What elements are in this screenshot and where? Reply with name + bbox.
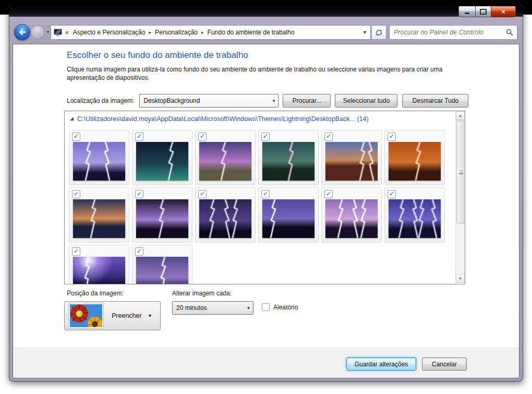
minimize-button[interactable] xyxy=(458,6,476,17)
page-description: Clique numa imagem para utilizá-la como … xyxy=(67,65,466,82)
minimize-icon xyxy=(465,13,469,14)
wallpaper-thumbnail xyxy=(136,257,188,284)
tile-checkbox[interactable]: ✓ xyxy=(135,133,143,141)
breadcrumb-item-fundo[interactable]: Fundo do ambiente de trabalho xyxy=(207,29,296,36)
close-icon: × xyxy=(501,8,505,15)
gallery-tile[interactable]: ✓ xyxy=(258,187,319,243)
cancel-button[interactable]: Cancelar xyxy=(422,357,467,371)
wallpaper-listbox: C:\Utilizadores\david.moya\AppData\Local… xyxy=(64,111,465,284)
gallery-tile[interactable]: ✓ xyxy=(384,130,445,185)
back-arrow-icon xyxy=(18,28,26,36)
image-location-label: Localização da imagem: xyxy=(67,97,134,104)
wallpaper-thumbnail xyxy=(73,142,125,181)
recent-pages-chevron-icon[interactable]: ▼ xyxy=(46,30,50,34)
chevron-down-icon: ▼ xyxy=(148,313,160,318)
image-location-combobox[interactable]: DesktopBackground ▼ xyxy=(139,94,279,108)
search-icon[interactable] xyxy=(506,29,513,36)
change-interval-label: Alterar imagem cada: xyxy=(172,290,232,297)
tile-checkbox[interactable]: ✓ xyxy=(72,133,80,141)
chevron-down-icon: ▼ xyxy=(269,99,278,103)
tile-checkbox[interactable]: ✓ xyxy=(72,247,80,256)
scroll-down-button[interactable]: ▼ xyxy=(456,274,465,283)
personalization-icon xyxy=(54,29,62,37)
tile-checkbox[interactable]: ✓ xyxy=(388,190,396,198)
close-button[interactable]: × xyxy=(491,6,516,17)
tile-checkbox[interactable]: ✓ xyxy=(198,133,207,141)
gallery-tile[interactable]: ✓ xyxy=(384,187,445,243)
wallpaper-thumbnail xyxy=(136,142,188,181)
clear-all-button[interactable]: Desmarcar Tudo xyxy=(402,94,468,108)
change-interval-combobox[interactable]: 20 minutos ▼ xyxy=(172,301,253,315)
wallpaper-thumbnail xyxy=(389,142,441,181)
gallery-tile[interactable]: ✓ xyxy=(195,187,256,243)
maximize-button[interactable] xyxy=(476,6,491,17)
forward-button[interactable]: → xyxy=(30,25,45,40)
breadcrumb-overflow[interactable]: « xyxy=(65,29,69,36)
picture-position-combobox[interactable]: Preencher ▼ xyxy=(64,301,161,330)
refresh-button[interactable] xyxy=(372,25,386,40)
gallery-scrollbar[interactable]: ▲ ▼ xyxy=(455,111,465,283)
select-all-button[interactable]: Seleccionar tudo xyxy=(335,94,397,108)
tile-checkbox[interactable]: ✓ xyxy=(135,247,143,256)
tile-checkbox[interactable]: ✓ xyxy=(324,190,333,198)
chevron-down-icon: ▼ xyxy=(244,306,253,311)
scrollbar-grip-icon xyxy=(459,171,463,173)
tile-checkbox[interactable]: ✓ xyxy=(261,190,270,198)
gallery-tile[interactable]: ✓ xyxy=(195,130,256,185)
breadcrumb-item-aspecto[interactable]: Aspecto e Personalização xyxy=(72,29,147,36)
forward-arrow-icon: → xyxy=(34,29,41,37)
tile-checkbox[interactable]: ✓ xyxy=(388,133,396,141)
page-content: Escolher o seu fundo do ambiente de trab… xyxy=(13,44,519,348)
gallery-tile[interactable]: ✓ xyxy=(321,187,382,243)
tile-checkbox[interactable]: ✓ xyxy=(198,190,207,198)
image-location-row: Localização da imagem: DesktopBackground… xyxy=(67,94,468,108)
refresh-icon xyxy=(375,29,383,37)
maximize-icon xyxy=(480,9,487,15)
tile-checkbox[interactable]: ✓ xyxy=(261,133,270,141)
breadcrumb-separator-icon: ▸ xyxy=(199,30,207,35)
gallery-tile[interactable]: ✓ xyxy=(69,187,129,243)
picture-position-label: Posição da imagem: xyxy=(67,290,124,297)
image-location-value: DesktopBackground xyxy=(140,97,269,104)
gallery-tile[interactable]: ✓ xyxy=(258,130,319,185)
browse-button[interactable]: Procurar... xyxy=(283,94,331,108)
position-preview-thumbnail xyxy=(69,303,103,328)
wallpaper-thumbnail xyxy=(325,142,378,181)
search-input[interactable] xyxy=(390,29,506,36)
dialog-footer: Guardar alterações Cancelar xyxy=(13,348,519,378)
breadcrumb-separator-icon: ▸ xyxy=(146,30,154,35)
control-panel-window: × → ▼ « Aspecto e Person xyxy=(9,4,523,381)
gallery-tile[interactable]: ✓ xyxy=(132,130,192,185)
gallery-tile[interactable]: ✓ xyxy=(69,130,129,185)
wallpaper-thumbnail xyxy=(73,257,125,284)
page-title: Escolher o seu fundo do ambiente de trab… xyxy=(67,50,248,61)
gallery-tile[interactable]: ✓ xyxy=(321,130,382,185)
gallery-grid: ✓ ✓ ✓ ✓ ✓ ✓ ✓ ✓ ✓ ✓ ✓ ✓ ✓ ✓ xyxy=(65,111,456,284)
shuffle-checkbox[interactable] xyxy=(262,303,270,311)
breadcrumb-item-personalizacao[interactable]: Personalização xyxy=(154,29,199,36)
save-changes-button[interactable]: Guardar alterações xyxy=(346,357,416,371)
gallery-tile[interactable]: ✓ xyxy=(132,245,192,284)
shuffle-label: Aleatório xyxy=(273,304,298,311)
wallpaper-thumbnail xyxy=(199,199,251,238)
back-button[interactable] xyxy=(14,24,30,40)
breadcrumb[interactable]: « Aspecto e Personalização ▸ Personaliza… xyxy=(51,25,371,40)
wallpaper-thumbnail xyxy=(389,199,441,238)
wallpaper-thumbnail xyxy=(199,142,251,181)
gallery-tile[interactable]: ✓ xyxy=(69,245,129,284)
wallpaper-thumbnail xyxy=(325,199,378,238)
address-dropdown-icon[interactable]: ▼ xyxy=(362,30,367,35)
wallpaper-thumbnail xyxy=(262,199,315,238)
tile-checkbox[interactable]: ✓ xyxy=(324,133,333,141)
tile-checkbox[interactable]: ✓ xyxy=(135,190,143,198)
picture-position-value: Preencher xyxy=(103,312,148,319)
scroll-up-button[interactable]: ▲ xyxy=(456,111,465,120)
gallery-tile[interactable]: ✓ xyxy=(132,187,192,243)
scrollbar-thumb[interactable] xyxy=(456,121,465,223)
search-box xyxy=(389,25,517,40)
change-interval-value: 20 minutos xyxy=(173,304,244,312)
wallpaper-thumbnail xyxy=(136,199,188,238)
title-bar xyxy=(9,4,523,17)
tile-checkbox[interactable]: ✓ xyxy=(72,190,80,198)
wallpaper-thumbnail xyxy=(73,199,125,238)
